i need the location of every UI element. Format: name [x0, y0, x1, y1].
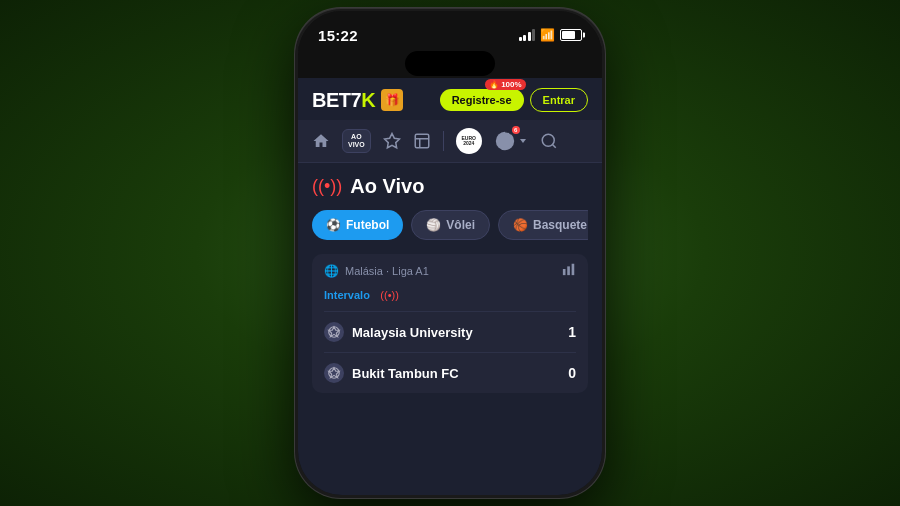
tab-futebol[interactable]: ⚽ Futebol — [312, 210, 403, 240]
live-signal-icon: ((•)) — [312, 176, 342, 197]
nav-ao-vivo[interactable]: AO VIVO — [342, 129, 371, 152]
logo-k: K — [361, 89, 375, 111]
futebol-icon: ⚽ — [326, 218, 341, 232]
match-league-row: 🌐 Malásia · Liga A1 — [312, 254, 588, 283]
logo-bet: BET7 — [312, 89, 361, 111]
signal-icon — [519, 29, 536, 41]
match-card[interactable]: 🌐 Malásia · Liga A1 Intervalo — [312, 254, 588, 393]
league-text: Malásia · Liga A1 — [345, 265, 429, 277]
page-title: Ao Vivo — [350, 175, 424, 198]
nav-home[interactable] — [312, 132, 330, 150]
nav-bar: AO VIVO EURO2024 6 — [298, 120, 602, 163]
stats-icon — [562, 262, 576, 279]
wifi-icon: 📶 — [540, 28, 555, 42]
status-time: 15:22 — [318, 27, 358, 44]
register-button[interactable]: 🔥 100% Registre-se — [440, 89, 524, 111]
page-title-row: ((•)) Ao Vivo — [312, 175, 588, 198]
nav-divider — [443, 131, 444, 151]
live-count-dot: 6 — [512, 126, 520, 134]
team-name-0: Malaysia University — [352, 325, 552, 340]
svg-point-5 — [542, 134, 554, 146]
svg-rect-1 — [415, 134, 429, 148]
team-row-0[interactable]: Malaysia University 1 — [312, 312, 588, 352]
league-info: 🌐 Malásia · Liga A1 — [324, 264, 429, 278]
nav-coupons[interactable] — [413, 132, 431, 150]
phone-screen: 15:22 📶 BET7K 🎁 — [298, 11, 602, 495]
tab-basquete[interactable]: 🏀 Basquete — [498, 210, 588, 240]
logo-area: BET7K 🎁 — [312, 89, 403, 112]
app-content: BET7K 🎁 🔥 100% Registre-se Entrar — [298, 78, 602, 495]
volei-icon: 🏐 — [426, 218, 441, 232]
basquete-icon: 🏀 — [513, 218, 528, 232]
bonus-badge: 🔥 100% — [485, 79, 526, 90]
ao-vivo-text: AO VIVO — [348, 133, 365, 148]
team-score-1: 0 — [560, 365, 576, 381]
team-icon-1 — [324, 363, 344, 383]
globe-icon: 🌐 — [324, 264, 339, 278]
live-badge: ((•)) — [380, 289, 399, 301]
nav-search[interactable] — [540, 132, 558, 150]
battery-icon — [560, 29, 582, 41]
match-status-row: Intervalo ((•)) — [312, 283, 588, 311]
nav-euro-2024[interactable]: EURO2024 — [456, 128, 482, 154]
team-score-0: 1 — [560, 324, 576, 340]
team-name-1: Bukit Tambun FC — [352, 366, 552, 381]
svg-rect-7 — [563, 269, 566, 275]
login-button[interactable]: Entrar — [530, 88, 588, 112]
euro-text: EURO2024 — [462, 136, 476, 147]
nav-favorites[interactable] — [383, 132, 401, 150]
svg-rect-8 — [567, 266, 570, 275]
nav-soccer[interactable]: 6 — [494, 130, 528, 152]
svg-line-6 — [552, 144, 555, 147]
status-icons: 📶 — [519, 28, 583, 42]
phone-frame: 15:22 📶 BET7K 🎁 — [295, 8, 605, 498]
gift-icon[interactable]: 🎁 — [381, 89, 403, 111]
svg-point-4 — [496, 132, 514, 150]
tab-volei[interactable]: 🏐 Vôlei — [411, 210, 490, 240]
header-buttons: 🔥 100% Registre-se Entrar — [440, 88, 588, 112]
team-row-1[interactable]: Bukit Tambun FC 0 — [312, 353, 588, 393]
svg-rect-9 — [572, 264, 575, 275]
team-icon-0 — [324, 322, 344, 342]
sport-tabs: ⚽ Futebol 🏐 Vôlei 🏀 Basquete 🎾 Tênis — [312, 210, 588, 240]
logo: BET7K — [312, 89, 375, 112]
svg-marker-0 — [384, 134, 399, 148]
status-bar: 15:22 📶 — [298, 11, 602, 51]
app-header: BET7K 🎁 🔥 100% Registre-se Entrar — [298, 78, 602, 120]
page-content: ((•)) Ao Vivo ⚽ Futebol 🏐 Vôlei 🏀 — [298, 163, 602, 495]
match-status-label: Intervalo — [324, 289, 370, 301]
dynamic-island — [405, 51, 495, 76]
